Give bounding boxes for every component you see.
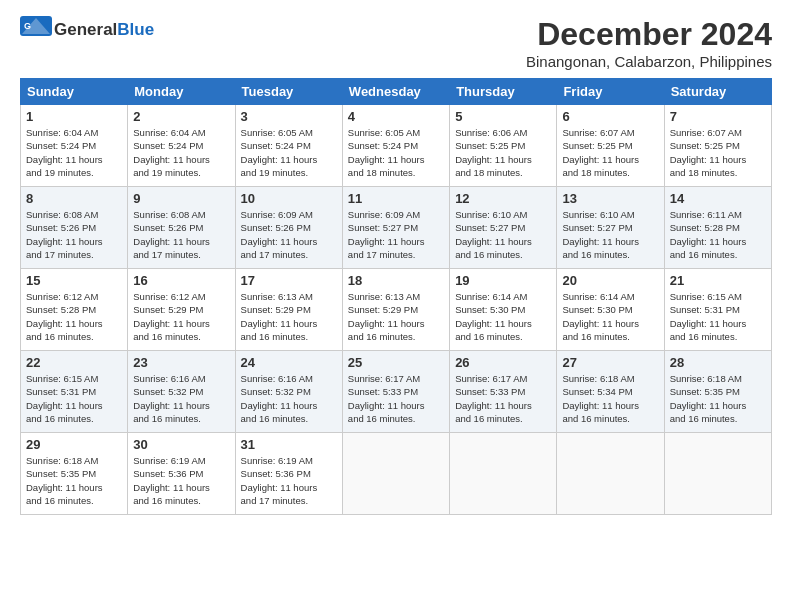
day-info: Sunrise: 6:09 AM Sunset: 5:26 PM Dayligh… bbox=[241, 208, 337, 261]
day-info: Sunrise: 6:10 AM Sunset: 5:27 PM Dayligh… bbox=[455, 208, 551, 261]
table-row bbox=[450, 433, 557, 515]
table-row: 22Sunrise: 6:15 AM Sunset: 5:31 PM Dayli… bbox=[21, 351, 128, 433]
table-row: 11Sunrise: 6:09 AM Sunset: 5:27 PM Dayli… bbox=[342, 187, 449, 269]
table-row bbox=[664, 433, 771, 515]
table-row: 24Sunrise: 6:16 AM Sunset: 5:32 PM Dayli… bbox=[235, 351, 342, 433]
table-row: 10Sunrise: 6:09 AM Sunset: 5:26 PM Dayli… bbox=[235, 187, 342, 269]
col-thursday: Thursday bbox=[450, 79, 557, 105]
day-number: 26 bbox=[455, 355, 551, 370]
day-number: 21 bbox=[670, 273, 766, 288]
day-number: 25 bbox=[348, 355, 444, 370]
table-row: 7Sunrise: 6:07 AM Sunset: 5:25 PM Daylig… bbox=[664, 105, 771, 187]
day-info: Sunrise: 6:14 AM Sunset: 5:30 PM Dayligh… bbox=[562, 290, 658, 343]
day-number: 5 bbox=[455, 109, 551, 124]
month-title: December 2024 bbox=[526, 16, 772, 53]
logo-icon: G bbox=[20, 16, 52, 44]
table-row: 17Sunrise: 6:13 AM Sunset: 5:29 PM Dayli… bbox=[235, 269, 342, 351]
table-row: 30Sunrise: 6:19 AM Sunset: 5:36 PM Dayli… bbox=[128, 433, 235, 515]
day-info: Sunrise: 6:19 AM Sunset: 5:36 PM Dayligh… bbox=[133, 454, 229, 507]
calendar-week-row: 29Sunrise: 6:18 AM Sunset: 5:35 PM Dayli… bbox=[21, 433, 772, 515]
day-number: 19 bbox=[455, 273, 551, 288]
title-area: December 2024 Binangonan, Calabarzon, Ph… bbox=[526, 16, 772, 70]
day-info: Sunrise: 6:09 AM Sunset: 5:27 PM Dayligh… bbox=[348, 208, 444, 261]
day-info: Sunrise: 6:13 AM Sunset: 5:29 PM Dayligh… bbox=[348, 290, 444, 343]
col-wednesday: Wednesday bbox=[342, 79, 449, 105]
day-info: Sunrise: 6:18 AM Sunset: 5:34 PM Dayligh… bbox=[562, 372, 658, 425]
table-row: 29Sunrise: 6:18 AM Sunset: 5:35 PM Dayli… bbox=[21, 433, 128, 515]
table-row: 8Sunrise: 6:08 AM Sunset: 5:26 PM Daylig… bbox=[21, 187, 128, 269]
table-row bbox=[342, 433, 449, 515]
table-row: 26Sunrise: 6:17 AM Sunset: 5:33 PM Dayli… bbox=[450, 351, 557, 433]
day-number: 8 bbox=[26, 191, 122, 206]
table-row: 28Sunrise: 6:18 AM Sunset: 5:35 PM Dayli… bbox=[664, 351, 771, 433]
logo: G GeneralBlue bbox=[20, 16, 154, 44]
table-row: 14Sunrise: 6:11 AM Sunset: 5:28 PM Dayli… bbox=[664, 187, 771, 269]
calendar-header-row: Sunday Monday Tuesday Wednesday Thursday… bbox=[21, 79, 772, 105]
day-info: Sunrise: 6:04 AM Sunset: 5:24 PM Dayligh… bbox=[133, 126, 229, 179]
col-tuesday: Tuesday bbox=[235, 79, 342, 105]
day-info: Sunrise: 6:12 AM Sunset: 5:28 PM Dayligh… bbox=[26, 290, 122, 343]
day-info: Sunrise: 6:10 AM Sunset: 5:27 PM Dayligh… bbox=[562, 208, 658, 261]
day-number: 13 bbox=[562, 191, 658, 206]
table-row: 3Sunrise: 6:05 AM Sunset: 5:24 PM Daylig… bbox=[235, 105, 342, 187]
day-info: Sunrise: 6:11 AM Sunset: 5:28 PM Dayligh… bbox=[670, 208, 766, 261]
table-row: 31Sunrise: 6:19 AM Sunset: 5:36 PM Dayli… bbox=[235, 433, 342, 515]
day-number: 28 bbox=[670, 355, 766, 370]
day-number: 14 bbox=[670, 191, 766, 206]
day-info: Sunrise: 6:13 AM Sunset: 5:29 PM Dayligh… bbox=[241, 290, 337, 343]
logo-blue: Blue bbox=[117, 20, 154, 39]
day-number: 23 bbox=[133, 355, 229, 370]
day-info: Sunrise: 6:14 AM Sunset: 5:30 PM Dayligh… bbox=[455, 290, 551, 343]
day-info: Sunrise: 6:15 AM Sunset: 5:31 PM Dayligh… bbox=[26, 372, 122, 425]
calendar-week-row: 8Sunrise: 6:08 AM Sunset: 5:26 PM Daylig… bbox=[21, 187, 772, 269]
day-number: 7 bbox=[670, 109, 766, 124]
day-number: 20 bbox=[562, 273, 658, 288]
table-row: 4Sunrise: 6:05 AM Sunset: 5:24 PM Daylig… bbox=[342, 105, 449, 187]
table-row: 12Sunrise: 6:10 AM Sunset: 5:27 PM Dayli… bbox=[450, 187, 557, 269]
page: G GeneralBlue December 2024 Binangonan, … bbox=[0, 0, 792, 612]
header: G GeneralBlue December 2024 Binangonan, … bbox=[20, 16, 772, 70]
table-row: 5Sunrise: 6:06 AM Sunset: 5:25 PM Daylig… bbox=[450, 105, 557, 187]
logo-general: General bbox=[54, 20, 117, 39]
day-info: Sunrise: 6:18 AM Sunset: 5:35 PM Dayligh… bbox=[670, 372, 766, 425]
table-row: 13Sunrise: 6:10 AM Sunset: 5:27 PM Dayli… bbox=[557, 187, 664, 269]
day-info: Sunrise: 6:07 AM Sunset: 5:25 PM Dayligh… bbox=[670, 126, 766, 179]
day-number: 3 bbox=[241, 109, 337, 124]
day-number: 31 bbox=[241, 437, 337, 452]
day-number: 12 bbox=[455, 191, 551, 206]
col-saturday: Saturday bbox=[664, 79, 771, 105]
day-info: Sunrise: 6:08 AM Sunset: 5:26 PM Dayligh… bbox=[133, 208, 229, 261]
table-row: 19Sunrise: 6:14 AM Sunset: 5:30 PM Dayli… bbox=[450, 269, 557, 351]
day-number: 15 bbox=[26, 273, 122, 288]
day-number: 29 bbox=[26, 437, 122, 452]
day-info: Sunrise: 6:17 AM Sunset: 5:33 PM Dayligh… bbox=[348, 372, 444, 425]
table-row: 27Sunrise: 6:18 AM Sunset: 5:34 PM Dayli… bbox=[557, 351, 664, 433]
day-info: Sunrise: 6:15 AM Sunset: 5:31 PM Dayligh… bbox=[670, 290, 766, 343]
day-number: 17 bbox=[241, 273, 337, 288]
day-info: Sunrise: 6:12 AM Sunset: 5:29 PM Dayligh… bbox=[133, 290, 229, 343]
day-number: 2 bbox=[133, 109, 229, 124]
table-row: 16Sunrise: 6:12 AM Sunset: 5:29 PM Dayli… bbox=[128, 269, 235, 351]
day-number: 30 bbox=[133, 437, 229, 452]
day-info: Sunrise: 6:05 AM Sunset: 5:24 PM Dayligh… bbox=[348, 126, 444, 179]
col-sunday: Sunday bbox=[21, 79, 128, 105]
day-number: 27 bbox=[562, 355, 658, 370]
table-row: 21Sunrise: 6:15 AM Sunset: 5:31 PM Dayli… bbox=[664, 269, 771, 351]
day-info: Sunrise: 6:17 AM Sunset: 5:33 PM Dayligh… bbox=[455, 372, 551, 425]
day-info: Sunrise: 6:06 AM Sunset: 5:25 PM Dayligh… bbox=[455, 126, 551, 179]
day-number: 16 bbox=[133, 273, 229, 288]
day-info: Sunrise: 6:07 AM Sunset: 5:25 PM Dayligh… bbox=[562, 126, 658, 179]
day-number: 11 bbox=[348, 191, 444, 206]
day-number: 4 bbox=[348, 109, 444, 124]
day-info: Sunrise: 6:08 AM Sunset: 5:26 PM Dayligh… bbox=[26, 208, 122, 261]
day-number: 24 bbox=[241, 355, 337, 370]
calendar-week-row: 22Sunrise: 6:15 AM Sunset: 5:31 PM Dayli… bbox=[21, 351, 772, 433]
table-row: 9Sunrise: 6:08 AM Sunset: 5:26 PM Daylig… bbox=[128, 187, 235, 269]
table-row: 6Sunrise: 6:07 AM Sunset: 5:25 PM Daylig… bbox=[557, 105, 664, 187]
calendar-week-row: 1Sunrise: 6:04 AM Sunset: 5:24 PM Daylig… bbox=[21, 105, 772, 187]
day-info: Sunrise: 6:16 AM Sunset: 5:32 PM Dayligh… bbox=[241, 372, 337, 425]
col-friday: Friday bbox=[557, 79, 664, 105]
svg-text:G: G bbox=[24, 21, 31, 31]
day-info: Sunrise: 6:05 AM Sunset: 5:24 PM Dayligh… bbox=[241, 126, 337, 179]
day-info: Sunrise: 6:04 AM Sunset: 5:24 PM Dayligh… bbox=[26, 126, 122, 179]
